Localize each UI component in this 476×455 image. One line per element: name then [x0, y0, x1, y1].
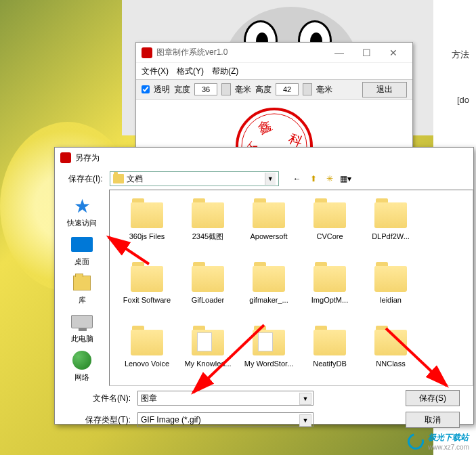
side-text: [do [457, 95, 469, 105]
cancel-button[interactable]: 取消 [406, 412, 460, 428]
mm-label: 毫米 [316, 84, 332, 95]
file-item[interactable]: 360js Files [116, 197, 177, 261]
mm-label: 毫米 [235, 84, 251, 95]
file-item[interactable]: ImgOptM... [299, 261, 360, 324]
file-label: gifmaker_... [249, 296, 288, 305]
savein-combo[interactable]: 文档 ▼ [110, 171, 279, 186]
dialog-title: 另存为 [75, 152, 100, 164]
minimize-button[interactable]: — [326, 43, 353, 62]
file-item[interactable]: My WordStor... [238, 324, 299, 386]
file-label: Foxit Software [123, 296, 171, 305]
folder-icon [253, 202, 285, 228]
savein-row: 保存在(I): 文档 ▼ ← ⬆ ✳ ▦▾ [55, 168, 473, 190]
file-item[interactable]: NNClass [360, 324, 421, 386]
maximize-button[interactable]: ☐ [353, 43, 380, 62]
up-icon[interactable]: ⬆ [307, 173, 320, 185]
transparent-label: 透明 [154, 84, 170, 95]
folder-icon [131, 266, 163, 292]
folder-icon [374, 330, 407, 355]
stamp-preview: 鑫科环 [136, 100, 412, 147]
savein-value: 文档 [127, 173, 265, 185]
place-desktop[interactable]: 桌面 [58, 231, 106, 269]
watermark-logo-icon [404, 431, 427, 453]
window-title: 图章制作系统ver1.0 [156, 47, 326, 58]
pc-icon [71, 315, 93, 328]
save-button[interactable]: 保存(S) [406, 390, 460, 406]
desktop-icon [71, 237, 93, 252]
folder-icon [374, 266, 407, 292]
library-icon [73, 276, 91, 290]
file-label: GifLoader [192, 296, 224, 305]
folder-icon [313, 266, 346, 292]
width-input[interactable] [194, 83, 217, 95]
places-bar: ★ 快速访问 桌面 库 此电脑 网络 [55, 190, 109, 386]
file-label: 360js Files [129, 232, 165, 241]
exit-button[interactable]: 退出 [362, 82, 407, 98]
place-thispc[interactable]: 此电脑 [58, 308, 106, 347]
window-titlebar[interactable]: 图章制作系统ver1.0 — ☐ ✕ [136, 43, 412, 63]
watermark: 极光下载站 www.xz7.com [408, 432, 469, 451]
file-item[interactable]: My Knowled... [177, 324, 238, 386]
menu-format[interactable]: 格式(Y) [177, 66, 204, 77]
filename-input[interactable]: 图章 [137, 391, 313, 406]
file-label: ImgOptM... [311, 296, 348, 305]
star-icon: ★ [74, 195, 91, 217]
app-icon [142, 47, 152, 58]
folder-icon [113, 174, 124, 183]
height-spinner[interactable] [303, 83, 312, 95]
place-label: 快速访问 [67, 218, 97, 228]
chevron-down-icon[interactable]: ▼ [265, 173, 276, 185]
transparent-checkbox[interactable] [142, 85, 150, 93]
file-label: Apowersoft [250, 232, 287, 241]
dialog-titlebar[interactable]: 另存为 [55, 148, 473, 168]
file-label: CVCore [316, 232, 343, 241]
menu-help[interactable]: 帮助(Z) [212, 66, 238, 77]
file-item[interactable]: leidian [360, 261, 421, 324]
place-quick-access[interactable]: ★ 快速访问 [58, 192, 106, 231]
view-icon[interactable]: ▦▾ [340, 173, 352, 185]
folder-icon [192, 266, 224, 292]
file-label: 2345截图 [192, 232, 223, 241]
file-item[interactable]: gifmaker_... [238, 261, 299, 324]
place-network[interactable]: 网络 [58, 347, 106, 385]
folder-icon [313, 202, 346, 228]
place-library[interactable]: 库 [58, 269, 106, 308]
file-label: NeatifyDB [313, 360, 347, 368]
folder-icon [253, 266, 285, 292]
height-label: 高度 [255, 84, 272, 95]
file-item[interactable]: DLPdf2W... [360, 197, 421, 261]
file-label: My Knowled... [184, 360, 231, 368]
height-input[interactable] [276, 83, 299, 95]
files-list[interactable]: 360js Files2345截图ApowersoftCVCoreDLPdf2W… [109, 190, 473, 386]
side-text: 方法 [452, 49, 469, 61]
file-item[interactable]: 2345截图 [177, 197, 238, 261]
watermark-name: 极光下载站 [428, 432, 469, 443]
file-item[interactable]: Foxit Software [116, 261, 177, 324]
filetype-combo[interactable]: GIF Image (*.gif) [137, 412, 313, 427]
folder-icon [313, 330, 346, 355]
file-item[interactable]: Lenovo Voice [116, 324, 177, 386]
folder-icon [192, 330, 224, 355]
new-folder-icon[interactable]: ✳ [324, 173, 336, 185]
stamp-maker-window: 图章制作系统ver1.0 — ☐ ✕ 文件(X) 格式(Y) 帮助(Z) 透明 … [135, 42, 413, 150]
app-icon [60, 152, 71, 163]
file-item[interactable]: Apowersoft [238, 197, 299, 261]
menu-file[interactable]: 文件(X) [142, 66, 169, 77]
close-button[interactable]: ✕ [380, 43, 407, 62]
place-label: 库 [79, 295, 86, 305]
folder-icon [131, 202, 163, 228]
file-item[interactable]: CVCore [299, 197, 360, 261]
filename-label: 文件名(N): [68, 393, 131, 404]
folder-icon [131, 330, 163, 355]
file-item[interactable]: GifLoader [177, 261, 238, 324]
watermark-url: www.xz7.com [428, 443, 469, 451]
place-label: 此电脑 [71, 334, 93, 344]
menu-bar: 文件(X) 格式(Y) 帮助(Z) [136, 63, 412, 79]
file-label: Lenovo Voice [125, 360, 169, 368]
globe-icon [72, 351, 91, 370]
back-icon[interactable]: ← [291, 173, 303, 185]
width-spinner[interactable] [221, 83, 231, 95]
file-item[interactable]: NeatifyDB [299, 324, 360, 386]
folder-icon [253, 330, 285, 355]
svg-text:鑫: 鑫 [256, 117, 274, 136]
